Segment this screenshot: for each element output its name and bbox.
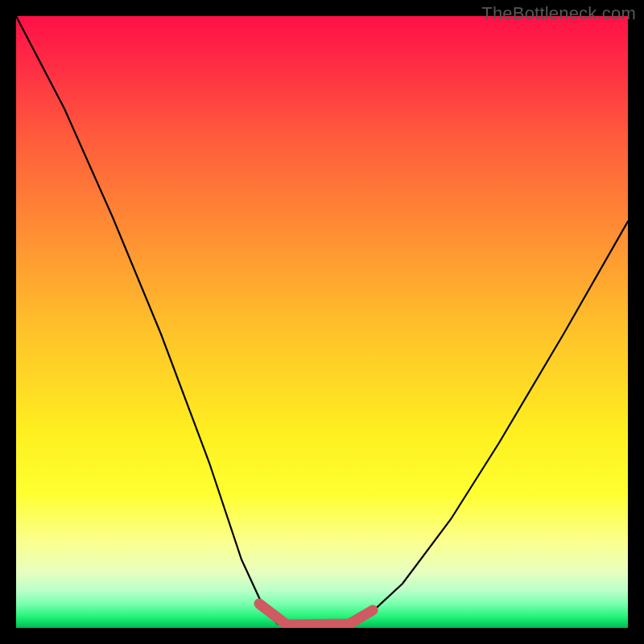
valley-highlight [259, 604, 373, 625]
chart-frame: TheBottleneck.com [0, 0, 644, 644]
curve-layer [16, 16, 628, 628]
plot-area [16, 16, 628, 628]
bottleneck-curve [16, 16, 628, 628]
watermark-text: TheBottleneck.com [481, 3, 636, 24]
